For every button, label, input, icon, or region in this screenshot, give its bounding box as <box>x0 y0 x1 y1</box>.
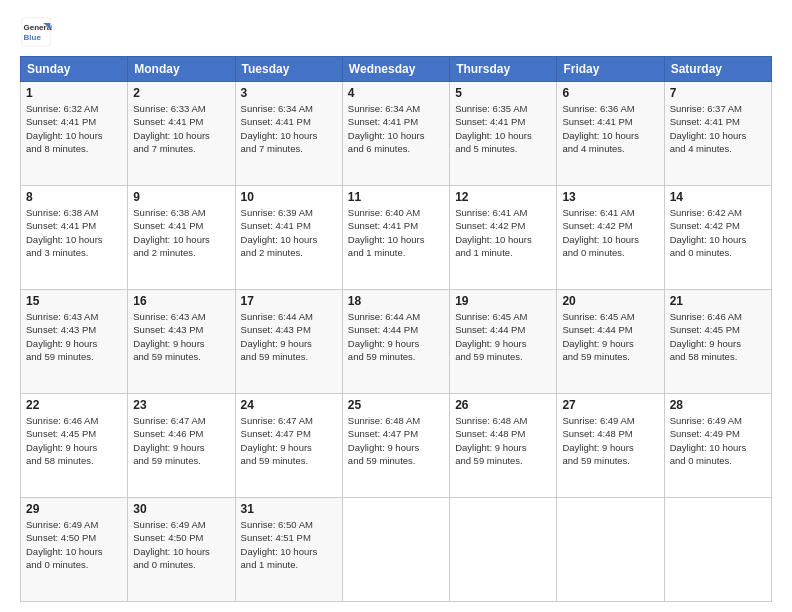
day-number: 30 <box>133 502 229 516</box>
calendar-cell: 21Sunrise: 6:46 AMSunset: 4:45 PMDayligh… <box>664 290 771 394</box>
day-number: 1 <box>26 86 122 100</box>
day-number: 2 <box>133 86 229 100</box>
daylight-hours: Daylight: 10 hours <box>455 233 551 246</box>
daylight-hours: Daylight: 10 hours <box>241 129 337 142</box>
day-number: 22 <box>26 398 122 412</box>
daylight-hours: Daylight: 10 hours <box>562 233 658 246</box>
calendar-header-sunday: Sunday <box>21 57 128 82</box>
day-number: 19 <box>455 294 551 308</box>
calendar-week-5: 29Sunrise: 6:49 AMSunset: 4:50 PMDayligh… <box>21 498 772 602</box>
daylight-hours: Daylight: 10 hours <box>670 441 766 454</box>
day-number: 16 <box>133 294 229 308</box>
day-info: Sunrise: 6:43 AMSunset: 4:43 PMDaylight:… <box>26 310 122 363</box>
day-info: Sunrise: 6:36 AMSunset: 4:41 PMDaylight:… <box>562 102 658 155</box>
calendar-cell: 30Sunrise: 6:49 AMSunset: 4:50 PMDayligh… <box>128 498 235 602</box>
calendar-cell: 25Sunrise: 6:48 AMSunset: 4:47 PMDayligh… <box>342 394 449 498</box>
day-info: Sunrise: 6:45 AMSunset: 4:44 PMDaylight:… <box>455 310 551 363</box>
daylight-hours: Daylight: 9 hours <box>562 441 658 454</box>
day-info: Sunrise: 6:43 AMSunset: 4:43 PMDaylight:… <box>133 310 229 363</box>
calendar-cell: 19Sunrise: 6:45 AMSunset: 4:44 PMDayligh… <box>450 290 557 394</box>
calendar-cell: 6Sunrise: 6:36 AMSunset: 4:41 PMDaylight… <box>557 82 664 186</box>
day-number: 8 <box>26 190 122 204</box>
daylight-hours: Daylight: 10 hours <box>26 129 122 142</box>
page: General Blue SundayMondayTuesdayWednesda… <box>0 0 792 612</box>
day-info: Sunrise: 6:46 AMSunset: 4:45 PMDaylight:… <box>670 310 766 363</box>
daylight-hours: Daylight: 10 hours <box>348 129 444 142</box>
calendar-cell: 2Sunrise: 6:33 AMSunset: 4:41 PMDaylight… <box>128 82 235 186</box>
daylight-hours: Daylight: 10 hours <box>562 129 658 142</box>
daylight-hours: Daylight: 10 hours <box>133 233 229 246</box>
day-info: Sunrise: 6:33 AMSunset: 4:41 PMDaylight:… <box>133 102 229 155</box>
day-info: Sunrise: 6:40 AMSunset: 4:41 PMDaylight:… <box>348 206 444 259</box>
calendar-cell: 8Sunrise: 6:38 AMSunset: 4:41 PMDaylight… <box>21 186 128 290</box>
calendar-week-4: 22Sunrise: 6:46 AMSunset: 4:45 PMDayligh… <box>21 394 772 498</box>
day-number: 15 <box>26 294 122 308</box>
day-info: Sunrise: 6:45 AMSunset: 4:44 PMDaylight:… <box>562 310 658 363</box>
day-number: 5 <box>455 86 551 100</box>
daylight-hours: Daylight: 9 hours <box>241 337 337 350</box>
daylight-hours: Daylight: 9 hours <box>133 337 229 350</box>
calendar-cell: 3Sunrise: 6:34 AMSunset: 4:41 PMDaylight… <box>235 82 342 186</box>
day-info: Sunrise: 6:38 AMSunset: 4:41 PMDaylight:… <box>26 206 122 259</box>
day-number: 17 <box>241 294 337 308</box>
day-number: 10 <box>241 190 337 204</box>
day-info: Sunrise: 6:37 AMSunset: 4:41 PMDaylight:… <box>670 102 766 155</box>
day-number: 21 <box>670 294 766 308</box>
calendar-cell: 9Sunrise: 6:38 AMSunset: 4:41 PMDaylight… <box>128 186 235 290</box>
day-info: Sunrise: 6:42 AMSunset: 4:42 PMDaylight:… <box>670 206 766 259</box>
day-info: Sunrise: 6:46 AMSunset: 4:45 PMDaylight:… <box>26 414 122 467</box>
day-info: Sunrise: 6:41 AMSunset: 4:42 PMDaylight:… <box>455 206 551 259</box>
calendar-cell: 7Sunrise: 6:37 AMSunset: 4:41 PMDaylight… <box>664 82 771 186</box>
calendar-cell: 20Sunrise: 6:45 AMSunset: 4:44 PMDayligh… <box>557 290 664 394</box>
day-info: Sunrise: 6:49 AMSunset: 4:50 PMDaylight:… <box>26 518 122 571</box>
calendar-header-thursday: Thursday <box>450 57 557 82</box>
calendar-cell <box>342 498 449 602</box>
day-number: 14 <box>670 190 766 204</box>
calendar-header-tuesday: Tuesday <box>235 57 342 82</box>
daylight-hours: Daylight: 9 hours <box>348 441 444 454</box>
day-info: Sunrise: 6:39 AMSunset: 4:41 PMDaylight:… <box>241 206 337 259</box>
day-info: Sunrise: 6:49 AMSunset: 4:48 PMDaylight:… <box>562 414 658 467</box>
day-info: Sunrise: 6:38 AMSunset: 4:41 PMDaylight:… <box>133 206 229 259</box>
calendar-cell <box>557 498 664 602</box>
calendar-cell: 17Sunrise: 6:44 AMSunset: 4:43 PMDayligh… <box>235 290 342 394</box>
calendar-cell: 26Sunrise: 6:48 AMSunset: 4:48 PMDayligh… <box>450 394 557 498</box>
calendar-cell: 4Sunrise: 6:34 AMSunset: 4:41 PMDaylight… <box>342 82 449 186</box>
calendar-cell: 29Sunrise: 6:49 AMSunset: 4:50 PMDayligh… <box>21 498 128 602</box>
day-number: 28 <box>670 398 766 412</box>
calendar-cell <box>450 498 557 602</box>
day-number: 18 <box>348 294 444 308</box>
calendar-cell: 10Sunrise: 6:39 AMSunset: 4:41 PMDayligh… <box>235 186 342 290</box>
calendar-week-1: 1Sunrise: 6:32 AMSunset: 4:41 PMDaylight… <box>21 82 772 186</box>
daylight-hours: Daylight: 10 hours <box>26 233 122 246</box>
calendar-table: SundayMondayTuesdayWednesdayThursdayFrid… <box>20 56 772 602</box>
day-number: 3 <box>241 86 337 100</box>
calendar-cell: 1Sunrise: 6:32 AMSunset: 4:41 PMDaylight… <box>21 82 128 186</box>
day-number: 12 <box>455 190 551 204</box>
calendar-header-wednesday: Wednesday <box>342 57 449 82</box>
header: General Blue <box>20 16 772 48</box>
daylight-hours: Daylight: 9 hours <box>455 337 551 350</box>
daylight-hours: Daylight: 10 hours <box>26 545 122 558</box>
day-info: Sunrise: 6:35 AMSunset: 4:41 PMDaylight:… <box>455 102 551 155</box>
calendar-cell: 15Sunrise: 6:43 AMSunset: 4:43 PMDayligh… <box>21 290 128 394</box>
day-info: Sunrise: 6:32 AMSunset: 4:41 PMDaylight:… <box>26 102 122 155</box>
daylight-hours: Daylight: 9 hours <box>670 337 766 350</box>
calendar-week-2: 8Sunrise: 6:38 AMSunset: 4:41 PMDaylight… <box>21 186 772 290</box>
calendar-cell <box>664 498 771 602</box>
day-info: Sunrise: 6:50 AMSunset: 4:51 PMDaylight:… <box>241 518 337 571</box>
daylight-hours: Daylight: 10 hours <box>455 129 551 142</box>
calendar-header-saturday: Saturday <box>664 57 771 82</box>
day-number: 27 <box>562 398 658 412</box>
calendar-header-friday: Friday <box>557 57 664 82</box>
daylight-hours: Daylight: 10 hours <box>670 233 766 246</box>
daylight-hours: Daylight: 9 hours <box>26 337 122 350</box>
day-number: 7 <box>670 86 766 100</box>
calendar-cell: 27Sunrise: 6:49 AMSunset: 4:48 PMDayligh… <box>557 394 664 498</box>
day-number: 29 <box>26 502 122 516</box>
day-number: 13 <box>562 190 658 204</box>
day-number: 26 <box>455 398 551 412</box>
calendar-cell: 13Sunrise: 6:41 AMSunset: 4:42 PMDayligh… <box>557 186 664 290</box>
day-info: Sunrise: 6:47 AMSunset: 4:46 PMDaylight:… <box>133 414 229 467</box>
day-info: Sunrise: 6:49 AMSunset: 4:49 PMDaylight:… <box>670 414 766 467</box>
